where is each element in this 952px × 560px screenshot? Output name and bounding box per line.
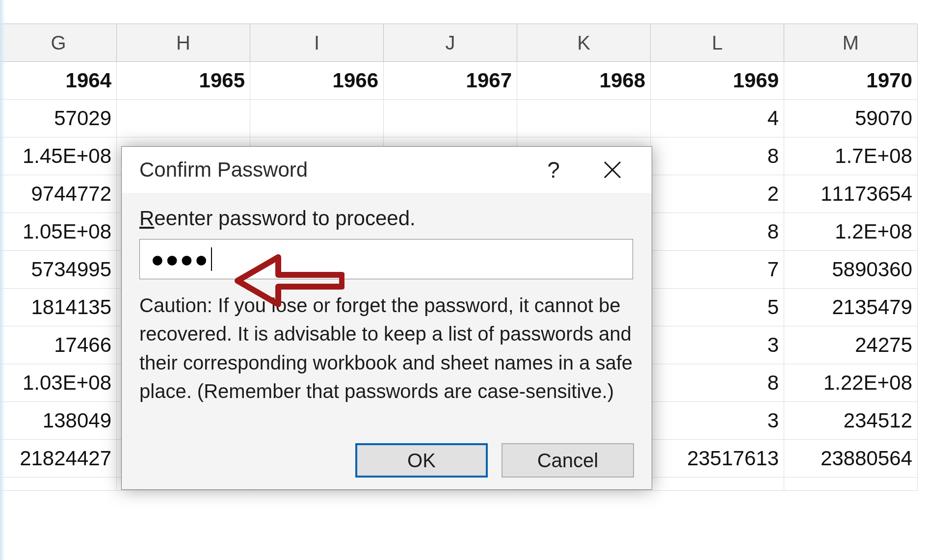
cell[interactable] bbox=[0, 478, 117, 491]
cell[interactable]: 8 bbox=[651, 364, 784, 402]
cell[interactable]: 2135479 bbox=[784, 289, 918, 326]
cell[interactable]: 234512 bbox=[784, 402, 918, 440]
cell[interactable]: 8 bbox=[651, 137, 784, 175]
cell[interactable]: 59070 bbox=[784, 100, 918, 137]
cell[interactable]: 2 bbox=[651, 175, 784, 213]
left-fade bbox=[0, 0, 5, 560]
cell[interactable]: 57029 bbox=[0, 100, 117, 137]
cell[interactable]: 1.7E+08 bbox=[784, 137, 918, 175]
cell[interactable]: 5734995 bbox=[0, 251, 117, 289]
cell[interactable] bbox=[384, 100, 517, 137]
cell[interactable]: 1968 bbox=[517, 62, 651, 100]
cell[interactable]: 1814135 bbox=[0, 289, 117, 326]
dialog-title: Confirm Password bbox=[122, 158, 308, 182]
cell[interactable]: 1970 bbox=[784, 62, 918, 100]
cell[interactable]: 5890360 bbox=[784, 251, 918, 289]
cell[interactable]: 1.22E+08 bbox=[784, 364, 918, 402]
password-input[interactable]: ●●●● bbox=[139, 239, 633, 279]
cell[interactable]: 5 bbox=[651, 289, 784, 326]
cell[interactable]: 23517613 bbox=[651, 440, 784, 478]
help-button[interactable]: ? bbox=[534, 147, 573, 193]
table-row: 1964 1965 1966 1967 1968 1969 1970 bbox=[0, 62, 918, 100]
mnemonic-letter: R bbox=[139, 207, 154, 230]
close-icon bbox=[603, 160, 622, 180]
cell[interactable]: 1.03E+08 bbox=[0, 364, 117, 402]
cell[interactable]: 3 bbox=[651, 402, 784, 440]
column-header-l[interactable]: L bbox=[651, 24, 784, 62]
label-rest: eenter password to proceed. bbox=[154, 207, 415, 230]
ok-button[interactable]: OK bbox=[355, 443, 488, 478]
cell[interactable]: 1969 bbox=[651, 62, 784, 100]
cell[interactable]: 1.2E+08 bbox=[784, 213, 918, 251]
column-header-h[interactable]: H bbox=[117, 24, 250, 62]
cell[interactable] bbox=[117, 100, 250, 137]
cell[interactable]: 1.45E+08 bbox=[0, 137, 117, 175]
cell[interactable] bbox=[250, 100, 384, 137]
cell[interactable]: 24275 bbox=[784, 326, 918, 364]
cell[interactable]: 138049 bbox=[0, 402, 117, 440]
cell[interactable]: 23880564 bbox=[784, 440, 918, 478]
cell[interactable]: 11173654 bbox=[784, 175, 918, 213]
column-header-i[interactable]: I bbox=[250, 24, 384, 62]
cancel-button[interactable]: Cancel bbox=[502, 443, 634, 478]
cell[interactable]: 1965 bbox=[117, 62, 250, 100]
confirm-password-dialog: Confirm Password ? Reenter password to p… bbox=[121, 146, 652, 490]
cell[interactable]: 8 bbox=[651, 213, 784, 251]
cell[interactable]: 4 bbox=[651, 100, 784, 137]
column-header-m[interactable]: M bbox=[784, 24, 918, 62]
cell[interactable]: 1967 bbox=[384, 62, 517, 100]
cell[interactable]: 7 bbox=[651, 251, 784, 289]
dialog-buttons: OK Cancel bbox=[355, 443, 634, 478]
table-row: 57029 4 59070 bbox=[0, 100, 918, 137]
text-caret bbox=[211, 247, 212, 271]
cell[interactable]: 17466 bbox=[0, 326, 117, 364]
cell[interactable]: 21824427 bbox=[0, 440, 117, 478]
dialog-titlebar[interactable]: Confirm Password ? bbox=[122, 147, 652, 193]
column-headers: G H I J K L M bbox=[0, 24, 952, 62]
column-header-k[interactable]: K bbox=[517, 24, 651, 62]
reenter-password-label: Reenter password to proceed. bbox=[139, 207, 634, 230]
cell[interactable]: 1.05E+08 bbox=[0, 213, 117, 251]
dialog-body: Reenter password to proceed. ●●●● Cautio… bbox=[122, 193, 652, 406]
caution-text: Caution: If you lose or forget the passw… bbox=[139, 291, 634, 406]
column-header-g[interactable]: G bbox=[0, 24, 117, 62]
password-mask: ●●●● bbox=[151, 246, 212, 272]
cell[interactable] bbox=[651, 478, 784, 491]
close-button[interactable] bbox=[588, 147, 637, 193]
column-header-j[interactable]: J bbox=[384, 24, 517, 62]
cell[interactable]: 9744772 bbox=[0, 175, 117, 213]
cell[interactable] bbox=[517, 100, 651, 137]
cell[interactable]: 3 bbox=[651, 326, 784, 364]
cell[interactable]: 1966 bbox=[250, 62, 384, 100]
cell[interactable]: 1964 bbox=[0, 62, 117, 100]
cell[interactable] bbox=[784, 478, 918, 491]
password-mask-text: ●●●● bbox=[151, 246, 209, 272]
